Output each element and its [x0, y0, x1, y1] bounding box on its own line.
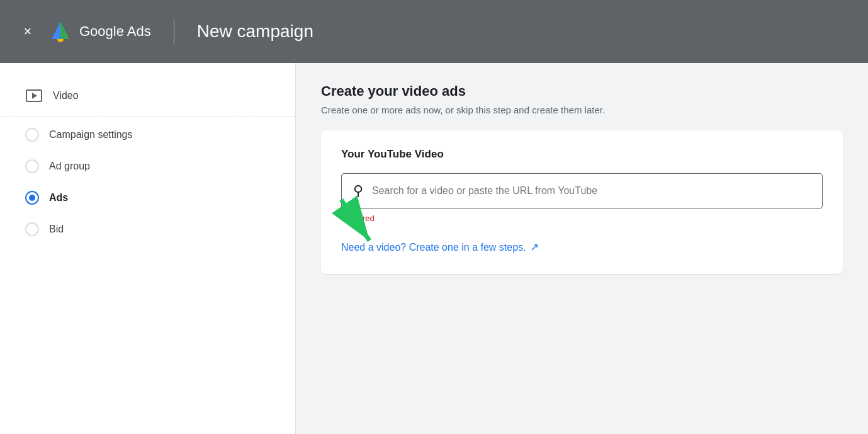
video-icon: [25, 87, 43, 105]
card-title: Your YouTube Video: [341, 148, 823, 161]
sidebar-item-ad-group[interactable]: Ad group: [0, 151, 295, 182]
sidebar-item-label: Ads: [49, 192, 68, 203]
radio-ad-group: [25, 159, 39, 173]
svg-marker-3: [52, 21, 60, 39]
section-title: Create your video ads: [321, 83, 843, 100]
sidebar-item-label: Campaign settings: [49, 129, 133, 140]
header: × Google Ads New campaign: [0, 0, 868, 63]
sidebar: Video Campaign settings Ad group Ads Bid: [0, 63, 296, 434]
sidebar-item-label: Ad group: [49, 161, 90, 172]
radio-campaign-settings: [25, 128, 39, 142]
header-logo: Google Ads: [48, 19, 151, 44]
radio-ads: [25, 191, 39, 205]
need-video-section: Need a video? Create one in a few steps.…: [341, 241, 823, 254]
external-link-icon: ↗︎: [530, 241, 539, 254]
sidebar-item-video[interactable]: Video: [0, 78, 295, 117]
sidebar-item-label: Bid: [49, 224, 64, 235]
google-ads-logo-icon: [48, 19, 73, 44]
close-button[interactable]: ×: [18, 21, 38, 42]
page-title: New campaign: [197, 21, 313, 42]
svg-marker-4: [60, 21, 69, 39]
video-search-input[interactable]: [372, 185, 811, 197]
required-text: Required: [341, 214, 823, 223]
sidebar-item-campaign-settings[interactable]: Campaign settings: [0, 119, 295, 151]
section-subtitle: Create one or more ads now, or skip this…: [321, 105, 843, 115]
header-divider: [174, 19, 174, 44]
video-search-box[interactable]: ⚲: [341, 173, 823, 208]
sidebar-item-label: Video: [53, 90, 79, 101]
main-layout: Video Campaign settings Ad group Ads Bid…: [0, 63, 868, 434]
header-logo-text: Google Ads: [79, 23, 151, 40]
sidebar-item-bid[interactable]: Bid: [0, 214, 295, 245]
svg-line-6: [341, 200, 369, 241]
radio-bid: [25, 222, 39, 236]
green-arrow-icon: [329, 193, 385, 250]
sidebar-item-ads[interactable]: Ads: [0, 182, 295, 214]
youtube-video-card: Your YouTube Video ⚲ Required Ne: [321, 130, 843, 274]
content-area: Create your video ads Create one or more…: [296, 63, 868, 434]
